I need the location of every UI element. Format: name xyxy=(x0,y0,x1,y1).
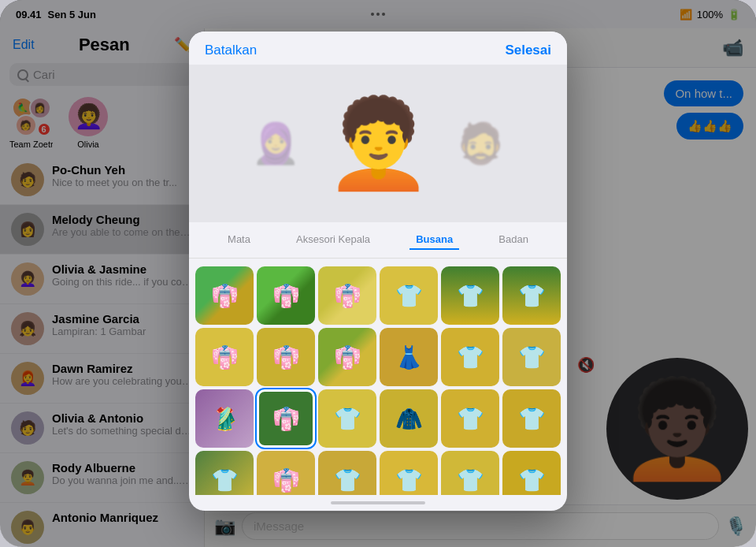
modal-overlay: Batalkan Selesai 🧕 🧑‍🦱 🧔 xyxy=(0,0,756,547)
clothing-item-11[interactable]: 👕 xyxy=(502,328,561,386)
clothing-item-23[interactable]: 👕 xyxy=(502,451,561,495)
tab-aksesori[interactable]: Aksesori Kepala xyxy=(290,230,376,250)
clothing-icon-14: 👕 xyxy=(334,406,361,432)
clothing-icon-19: 👘 xyxy=(272,467,300,493)
clothing-icon-20: 👕 xyxy=(334,467,361,493)
clothing-icon-22: 👕 xyxy=(457,467,484,493)
clothing-item-15[interactable]: 🧥 xyxy=(380,389,438,448)
clothing-item-2[interactable]: 👘 xyxy=(318,266,376,325)
clothing-icon-21: 👕 xyxy=(395,467,423,493)
clothing-item-14[interactable]: 👕 xyxy=(318,389,376,448)
clothing-icon-2: 👘 xyxy=(334,283,361,309)
clothing-icon-9: 👗 xyxy=(395,344,423,370)
home-bar xyxy=(331,501,425,504)
preview-center-emoji: 🧑‍🦱 xyxy=(324,93,432,195)
clothing-icon-16: 👕 xyxy=(457,406,484,432)
clothing-item-12[interactable]: 🥻 xyxy=(195,389,254,448)
clothing-icon-0: 👘 xyxy=(211,283,239,309)
clothing-icon-15: 🧥 xyxy=(395,406,423,432)
clothing-icon-8: 👘 xyxy=(334,344,361,370)
clothing-item-19[interactable]: 👘 xyxy=(257,451,315,495)
clothing-icon-18: 👕 xyxy=(211,467,239,493)
clothing-item-3[interactable]: 👕 xyxy=(380,266,438,325)
clothing-item-5[interactable]: 👕 xyxy=(502,266,561,325)
clothing-icon-4: 👕 xyxy=(457,283,484,309)
memoji-editor-modal: Batalkan Selesai 🧕 🧑‍🦱 🧔 xyxy=(189,32,567,511)
clothing-item-0[interactable]: 👘 xyxy=(195,266,254,325)
clothing-item-21[interactable]: 👕 xyxy=(380,451,438,495)
ipad-screen: 09.41 Sen 5 Jun 📶 100% 🔋 Edit Pesan xyxy=(0,0,756,547)
clothing-icon-17: 👕 xyxy=(518,406,546,432)
clothing-icon-11: 👕 xyxy=(518,344,546,370)
clothing-item-18[interactable]: 👕 xyxy=(195,451,254,495)
preview-memoji-left: 🧕 xyxy=(244,112,307,175)
clothing-icon-23: 👕 xyxy=(518,467,546,493)
clothing-icon-1: 👘 xyxy=(272,283,300,309)
clothing-item-10[interactable]: 👕 xyxy=(441,328,499,386)
modal-done-button[interactable]: Selesai xyxy=(505,43,551,58)
memoji-preview-area: 🧕 🧑‍🦱 🧔 xyxy=(189,65,567,222)
clothing-item-22[interactable]: 👕 xyxy=(441,451,499,495)
category-tabs: Mata Aksesori Kepala Busana Badan xyxy=(189,222,567,259)
preview-memoji-right: 🧔 xyxy=(449,112,512,175)
tab-mata[interactable]: Mata xyxy=(221,230,257,250)
preview-right-emoji: 🧔 xyxy=(456,121,505,166)
clothing-item-1[interactable]: 👘 xyxy=(257,266,315,325)
clothing-icon-6: 👘 xyxy=(211,344,239,370)
modal-header: Batalkan Selesai xyxy=(189,32,567,65)
clothing-grid: 👘 👘 👘 👕 👕 👕 xyxy=(189,259,567,495)
clothing-icon-7: 👘 xyxy=(272,344,300,370)
preview-left-emoji: 🧕 xyxy=(251,121,300,166)
ipad-frame: 09.41 Sen 5 Jun 📶 100% 🔋 Edit Pesan xyxy=(0,0,756,547)
clothing-item-6[interactable]: 👘 xyxy=(195,328,254,386)
clothing-icon-10: 👕 xyxy=(457,344,484,370)
clothing-item-9[interactable]: 👗 xyxy=(380,328,438,386)
preview-memoji-center: 🧑‍🦱 xyxy=(323,80,433,207)
clothing-item-7[interactable]: 👘 xyxy=(257,328,315,386)
clothing-item-4[interactable]: 👕 xyxy=(441,266,499,325)
clothing-icon-3: 👕 xyxy=(395,283,423,309)
clothing-item-8[interactable]: 👘 xyxy=(318,328,376,386)
clothing-item-17[interactable]: 👕 xyxy=(502,389,561,448)
clothing-item-16[interactable]: 👕 xyxy=(441,389,499,448)
clothing-icon-13: 👘 xyxy=(272,406,300,432)
tab-busana[interactable]: Busana xyxy=(410,230,459,250)
tab-badan[interactable]: Badan xyxy=(492,230,535,250)
modal-cancel-button[interactable]: Batalkan xyxy=(205,43,257,58)
clothing-item-13[interactable]: 👘 xyxy=(257,389,315,448)
clothing-item-20[interactable]: 👕 xyxy=(318,451,376,495)
clothing-icon-12: 🥻 xyxy=(211,406,239,432)
clothing-icon-5: 👕 xyxy=(518,283,546,309)
